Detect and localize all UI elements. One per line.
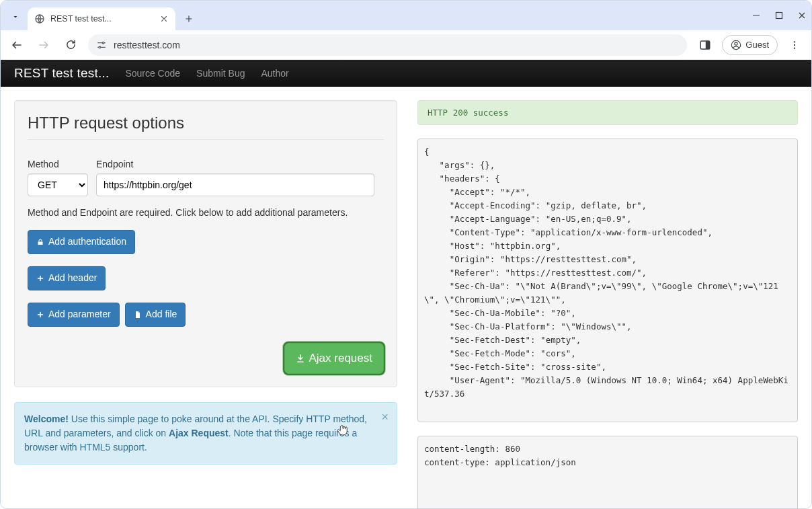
method-select[interactable]: GET [28, 173, 88, 196]
download-icon [296, 354, 305, 363]
browser-menu-button[interactable] [784, 35, 805, 55]
side-panel-icon [699, 39, 711, 51]
nav-author[interactable]: Author [261, 68, 288, 79]
add-authentication-button[interactable]: Add authentication [28, 230, 135, 254]
file-icon [134, 311, 142, 319]
response-body[interactable]: { "args": {}, "headers": { "Accept": "*/… [417, 139, 798, 422]
svg-point-8 [794, 41, 795, 42]
url-text: resttesttest.com [114, 40, 180, 50]
reload-button[interactable] [61, 36, 80, 54]
add-header-button[interactable]: Add header [28, 266, 106, 290]
ajax-request-button[interactable]: Ajax request [284, 343, 384, 374]
method-label: Method [28, 159, 88, 169]
chevron-down-icon [11, 13, 19, 21]
browser-tab-strip: REST test test... [1, 1, 811, 30]
svg-point-2 [102, 42, 104, 44]
plus-icon [36, 274, 44, 282]
site-settings-icon[interactable] [96, 40, 107, 50]
response-status: HTTP 200 success [417, 100, 798, 125]
brand[interactable]: REST test test... [14, 66, 109, 81]
welcome-alert: × Welcome! Use this simple page to poke … [14, 402, 397, 465]
plus-icon [36, 311, 44, 319]
app-navbar: REST test test... Source Code Submit Bug… [1, 60, 811, 87]
page-content: REST test test... Source Code Submit Bug… [1, 60, 811, 508]
arrow-left-icon [11, 39, 23, 51]
browser-tab[interactable]: REST test test... [28, 7, 175, 30]
response-headers[interactable]: content-length: 860 content-type: applic… [417, 436, 798, 508]
tab-search-dropdown[interactable] [6, 7, 25, 26]
guest-icon [731, 40, 741, 50]
lock-icon [36, 238, 44, 246]
browser-toolbar: resttesttest.com Guest [1, 30, 811, 60]
address-bar[interactable]: resttesttest.com [88, 34, 687, 56]
request-options-panel: HTTP request options Method GET Endpoint [14, 100, 397, 387]
svg-point-9 [794, 44, 795, 45]
welcome-strong: Welcome! [24, 414, 69, 424]
kebab-icon [789, 40, 800, 50]
forward-button[interactable] [34, 36, 53, 54]
window-controls [752, 1, 806, 30]
tab-title: REST test test... [50, 14, 154, 24]
new-tab-button[interactable] [179, 9, 198, 28]
reload-icon [65, 39, 77, 50]
add-file-button[interactable]: Add file [125, 303, 186, 327]
profile-label: Guest [745, 40, 769, 50]
profile-chip[interactable]: Guest [722, 35, 778, 55]
close-alert-button[interactable]: × [381, 408, 389, 426]
back-button[interactable] [7, 36, 26, 54]
divider [28, 139, 384, 140]
add-parameter-button[interactable]: Add parameter [28, 303, 120, 327]
maximize-icon[interactable] [775, 11, 783, 19]
minimize-icon[interactable] [752, 11, 760, 19]
side-panel-button[interactable] [695, 35, 715, 55]
svg-point-10 [794, 47, 795, 48]
svg-point-3 [99, 46, 101, 48]
svg-point-7 [735, 42, 737, 44]
panel-heading: HTTP request options [28, 114, 384, 132]
plus-icon [184, 14, 194, 24]
nav-source-code[interactable]: Source Code [125, 68, 180, 79]
globe-icon [34, 13, 45, 24]
nav-submit-bug[interactable]: Submit Bug [196, 68, 245, 79]
svg-rect-11 [38, 241, 43, 245]
help-text: Method and Endpoint are required. Click … [28, 207, 384, 218]
close-window-icon[interactable] [798, 11, 806, 19]
svg-rect-5 [706, 41, 710, 49]
close-tab-icon[interactable] [159, 14, 169, 24]
endpoint-label: Endpoint [96, 159, 374, 169]
svg-rect-1 [776, 13, 782, 19]
endpoint-input[interactable] [96, 173, 374, 196]
arrow-right-icon [38, 39, 50, 51]
